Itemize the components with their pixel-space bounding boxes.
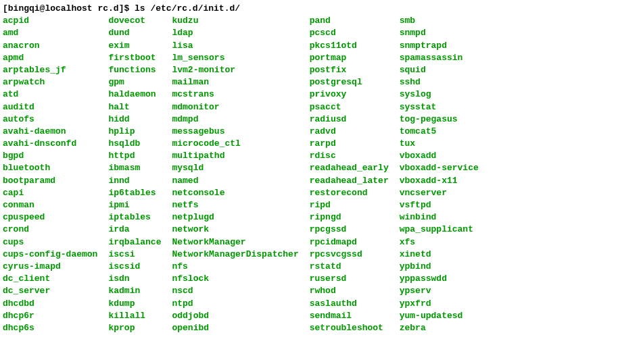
file-entry: irda — [108, 224, 161, 236]
file-entry: named — [172, 175, 298, 187]
file-entry: sshd — [400, 76, 479, 88]
file-entry: iptables — [108, 211, 161, 224]
file-entry: ip6tables — [108, 187, 161, 199]
file-entry: readahead_later — [310, 175, 389, 187]
file-entry: conman — [3, 199, 97, 211]
file-entry: wpa_supplicant — [400, 224, 479, 236]
file-entry: spamassassin — [400, 52, 479, 64]
file-entry: killall — [108, 310, 161, 322]
listing-column-1: dovecotdundeximfirstbootfunctionsgpmhald… — [108, 15, 161, 334]
file-entry: cpuspeed — [3, 211, 97, 224]
file-entry: portmap — [310, 52, 389, 64]
terminal-prompt: [bingqi@localhost rc.d]$ ls /etc/rc.d/in… — [3, 3, 615, 15]
file-entry: arptables_jf — [3, 64, 97, 76]
file-entry: dhcp6s — [3, 322, 97, 334]
file-entry: ypbind — [400, 261, 479, 273]
file-entry: ripngd — [310, 211, 389, 224]
file-entry: yppasswdd — [400, 273, 479, 285]
file-entry: pand — [310, 15, 389, 27]
file-entry: dund — [108, 27, 161, 39]
file-entry: multipathd — [172, 150, 298, 162]
file-entry: iscsid — [108, 261, 161, 273]
file-entry: acpid — [3, 15, 97, 27]
file-entry: lisa — [172, 40, 298, 52]
file-entry: NetworkManagerDispatcher — [172, 249, 298, 261]
listing-column-3: pandpcscdpkcs11otdportmappostfixpostgres… — [310, 15, 389, 334]
file-entry: postfix — [310, 64, 389, 76]
file-entry: capi — [3, 187, 97, 199]
file-entry: restorecond — [310, 187, 389, 199]
listing-column-2: kudzuldaplisalm_sensorslvm2-monitormailm… — [172, 15, 298, 334]
file-entry: syslog — [400, 88, 479, 101]
file-entry: pkcs11otd — [310, 40, 389, 52]
file-entry: ypserv — [400, 285, 479, 297]
file-entry: arpwatch — [3, 76, 97, 88]
file-entry: lvm2-monitor — [172, 64, 298, 76]
file-entry: psacct — [310, 101, 389, 113]
file-entry: bgpd — [3, 150, 97, 162]
file-entry: xfs — [400, 236, 479, 249]
file-entry: dc_server — [3, 285, 97, 297]
file-entry: gpm — [108, 76, 161, 88]
file-entry: kudzu — [172, 15, 298, 27]
file-entry: ripd — [310, 199, 389, 211]
directory-listing: acpidamdanacronapmdarptables_jfarpwatcha… — [3, 15, 615, 334]
file-entry: ldap — [172, 27, 298, 39]
file-entry: sysstat — [400, 101, 479, 113]
listing-column-4: smbsnmpdsnmptrapdspamassassinsquidsshdsy… — [400, 15, 479, 334]
file-entry: saslauthd — [310, 298, 389, 310]
file-entry: netplugd — [172, 211, 298, 224]
file-entry: network — [172, 224, 298, 236]
file-entry: postgresql — [310, 76, 389, 88]
file-entry: rusersd — [310, 273, 389, 285]
file-entry: yum-updatesd — [400, 310, 479, 322]
file-entry: radvd — [310, 126, 389, 138]
file-entry: exim — [108, 40, 161, 52]
file-entry: autofs — [3, 113, 97, 126]
file-entry: sendmail — [310, 310, 389, 322]
file-entry: crond — [3, 224, 97, 236]
file-entry: smb — [400, 15, 479, 27]
file-entry: avahi-dnsconfd — [3, 138, 97, 150]
file-entry: zebra — [400, 322, 479, 334]
file-entry: bluetooth — [3, 162, 97, 174]
file-entry: kdump — [108, 298, 161, 310]
file-entry: readahead_early — [310, 162, 389, 174]
file-entry: mcstrans — [172, 88, 298, 101]
file-entry: rstatd — [310, 261, 389, 273]
file-entry: NetworkManager — [172, 236, 298, 249]
file-entry: snmptrapd — [400, 40, 479, 52]
file-entry: dovecot — [108, 15, 161, 27]
file-entry: vboxadd-service — [400, 162, 479, 174]
file-entry: oddjobd — [172, 310, 298, 322]
file-entry: rpcsvcgssd — [310, 249, 389, 261]
file-entry: dc_client — [3, 273, 97, 285]
file-entry: functions — [108, 64, 161, 76]
file-entry: mdmpd — [172, 113, 298, 126]
file-entry: irqbalance — [108, 236, 161, 249]
file-entry: hidd — [108, 113, 161, 126]
file-entry: tog-pegasus — [400, 113, 479, 126]
file-entry: hsqldb — [108, 138, 161, 150]
file-entry: mysqld — [172, 162, 298, 174]
file-entry: dhcp6r — [3, 310, 97, 322]
file-entry: snmpd — [400, 27, 479, 39]
file-entry: nfslock — [172, 273, 298, 285]
file-entry: rdisc — [310, 150, 389, 162]
file-entry: hplip — [108, 126, 161, 138]
file-entry: dhcdbd — [3, 298, 97, 310]
file-entry: nfs — [172, 261, 298, 273]
file-entry: xinetd — [400, 249, 479, 261]
file-entry: httpd — [108, 150, 161, 162]
file-entry: winbind — [400, 211, 479, 224]
file-entry: nscd — [172, 285, 298, 297]
file-entry: netfs — [172, 199, 298, 211]
file-entry: cups — [3, 236, 97, 249]
file-entry: pcscd — [310, 27, 389, 39]
file-entry: lm_sensors — [172, 52, 298, 64]
file-entry: vboxadd-x11 — [400, 175, 479, 187]
file-entry: vncserver — [400, 187, 479, 199]
file-entry: ipmi — [108, 199, 161, 211]
file-entry: rarpd — [310, 138, 389, 150]
file-entry: vboxadd — [400, 150, 479, 162]
